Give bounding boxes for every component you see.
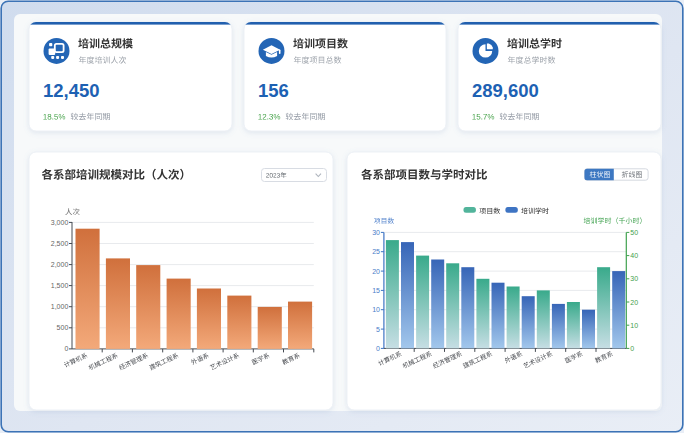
svg-text:30: 30 [630, 275, 638, 282]
svg-text:0: 0 [376, 345, 380, 352]
svg-text:20: 20 [372, 268, 380, 275]
svg-text:3,000: 3,000 [51, 219, 69, 226]
svg-text:1,500: 1,500 [51, 282, 69, 289]
svg-text:2,500: 2,500 [51, 240, 69, 247]
svg-text:5: 5 [376, 326, 380, 333]
svg-text:0: 0 [64, 345, 68, 352]
svg-text:30: 30 [372, 229, 380, 236]
svg-text:1,000: 1,000 [51, 303, 69, 310]
svg-text:156: 156 [258, 80, 289, 101]
svg-text:0: 0 [630, 345, 634, 352]
svg-text:20: 20 [630, 299, 638, 306]
svg-text:40: 40 [630, 252, 638, 259]
svg-text:2,000: 2,000 [51, 261, 69, 268]
svg-text:12,450: 12,450 [43, 80, 100, 101]
svg-text:289,600: 289,600 [472, 80, 539, 101]
svg-text:10: 10 [630, 322, 638, 329]
svg-text:10: 10 [372, 306, 380, 313]
svg-text:500: 500 [57, 324, 69, 331]
svg-text:50: 50 [630, 229, 638, 236]
svg-text:25: 25 [372, 248, 380, 255]
svg-text:15: 15 [372, 287, 380, 294]
